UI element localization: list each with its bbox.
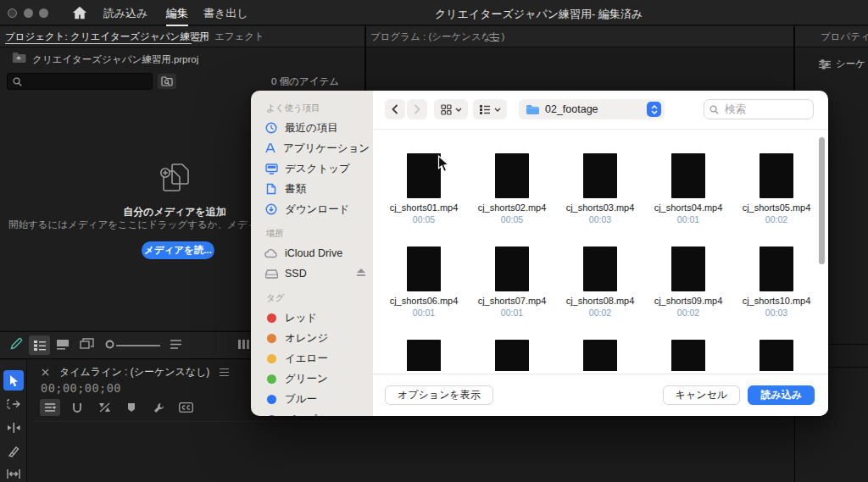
file-thumbnail [760,153,793,198]
add-marker-button[interactable] [121,399,142,416]
dialog-search-input[interactable] [723,102,799,116]
sidebar-item-recents[interactable]: 最近の項目 [264,118,366,138]
file-name: cj_shorts09.mp4 [654,296,723,306]
minimize-window-button[interactable] [24,8,33,18]
file-item[interactable]: cj_shorts04.mp4 00:01 [644,153,732,247]
sidebar-tag-blue[interactable]: ブルー [264,389,366,409]
razor-tool-button[interactable] [6,445,21,458]
back-button[interactable] [385,99,405,119]
linked-selection-button[interactable] [94,399,114,416]
sidebar-tag-orange[interactable]: オレンジ [264,328,366,348]
file-item[interactable]: cj_shorts07.mp4 00:01 [468,247,556,340]
tab-project[interactable]: プロジェクト: クリエイターズジャパン練習用 [5,30,209,43]
forward-button[interactable] [407,99,427,119]
file-item[interactable] [468,340,556,371]
timecode-display[interactable]: 00;00;00;00 [41,381,121,395]
project-panel-menu-icon[interactable] [193,34,203,42]
sidebar-item-desktop[interactable]: デスクトップ [264,158,366,179]
file-item[interactable]: cj_shorts01.mp4 00:05 [380,153,468,247]
file-item[interactable]: cj_shorts08.mp4 00:02 [556,247,644,340]
timeline-tab-label[interactable]: タイムライン : (シーケンスなし) [59,365,209,380]
group-by-button[interactable] [473,99,507,119]
sidebar-item-downloads[interactable]: ダウンロード [264,199,366,219]
folder-search-icon [161,76,173,86]
dialog-import-button[interactable]: 読み込み [748,385,815,405]
eject-icon[interactable] [356,268,366,277]
zoom-window-button[interactable] [39,8,48,18]
project-search-input[interactable] [28,75,147,88]
timeline-track-separator [34,421,788,422]
dialog-scrollbar[interactable] [819,137,825,264]
timeline-panel-menu-icon[interactable] [220,368,229,376]
zoom-slider-knob[interactable] [105,340,114,349]
chevron-down-icon [455,108,462,112]
snap-magnet-button[interactable] [67,399,87,416]
import-media-button[interactable]: メディアを読... [142,241,214,259]
empty-state-description: 開始するにはメディアをここにドラッグするか、メディア [8,219,267,231]
file-item[interactable]: cj_shorts10.mp4 00:03 [732,247,821,340]
track-select-tool-button[interactable] [6,397,21,411]
file-item[interactable] [556,340,644,371]
breadcrumb[interactable]: クリエイターズジャパン練習用.prproj [32,53,198,66]
sidebar-item-icloud[interactable]: iCloud Drive [264,243,366,263]
tab-effects[interactable]: エフェクト [214,30,264,43]
sidebar-item-documents[interactable]: 書類 [264,179,366,199]
file-duration: 00:01 [413,307,435,318]
search-bin-button[interactable] [158,74,176,89]
timeline-wrench-button[interactable] [148,399,169,416]
menu-import[interactable]: 読み込み [103,6,148,25]
file-thumbnail [495,153,529,198]
sidebar-tag-purple[interactable]: パープル [264,409,366,416]
clock-icon [264,122,278,134]
automate-sequence-icon[interactable] [238,340,250,349]
home-icon[interactable] [71,5,88,20]
sidebar-item-ssd[interactable]: SSD [264,263,366,284]
close-window-button[interactable] [8,8,17,18]
list-view-button[interactable] [29,335,50,355]
timeline-tools-column [0,360,27,482]
properties-sequence-row[interactable]: シーケ [819,58,865,70]
file-item[interactable]: cj_shorts09.mp4 00:02 [644,247,732,340]
menu-edit[interactable]: 編集 [166,6,188,26]
program-panel-menu-icon[interactable] [490,34,499,42]
file-duration: 00:05 [501,214,523,224]
captions-button[interactable] [175,399,196,416]
sidebar-tag-green[interactable]: グリーン [264,368,366,389]
sort-icon[interactable] [170,340,181,349]
menu-export[interactable]: 書き出し [203,6,248,25]
freeform-view-icon[interactable] [80,338,96,350]
file-item[interactable]: cj_shorts03.mp4 00:03 [556,153,644,247]
download-icon [264,203,278,215]
file-item[interactable] [732,340,821,371]
view-mode-button[interactable] [434,99,468,119]
zoom-slider-track[interactable] [116,345,160,346]
timeline-settings-button[interactable] [40,399,60,416]
slip-tool-button[interactable] [6,467,21,480]
chevron-up-icon [651,105,658,109]
ripple-edit-tool-button[interactable] [6,421,21,435]
file-duration: 00:05 [413,214,435,224]
cancel-button[interactable]: キャンセル [663,385,740,405]
sidebar-tag-red[interactable]: レッド [264,307,366,328]
pencil-icon[interactable] [10,337,23,350]
current-folder-select[interactable]: 02_footage [519,99,665,119]
tab-properties[interactable]: プロパティ [821,30,868,43]
file-item[interactable]: cj_shorts06.mp4 00:01 [380,247,468,340]
sidebar-item-applications[interactable]: アプリケーション [264,138,366,158]
close-icon[interactable] [42,368,49,376]
tab-program[interactable]: プログラム : (シーケンスなし) [370,30,504,43]
file-item[interactable] [644,340,732,371]
show-options-button[interactable]: オプションを表示 [385,385,493,405]
file-duration: 00:03 [589,214,611,224]
file-thumbnail [760,247,793,291]
file-item[interactable] [380,340,468,371]
file-thumbnail [407,340,441,371]
sidebar-tag-yellow[interactable]: イエロー [264,348,366,368]
selection-tool-button[interactable] [3,370,24,391]
file-item[interactable]: cj_shorts05.mp4 00:02 [732,153,821,247]
file-item[interactable]: cj_shorts02.mp4 00:05 [468,153,556,247]
icon-view-icon[interactable] [56,339,70,350]
dialog-search-field[interactable] [704,99,814,119]
folder-up-icon[interactable] [12,52,26,64]
folder-stepper-control[interactable] [647,102,661,117]
